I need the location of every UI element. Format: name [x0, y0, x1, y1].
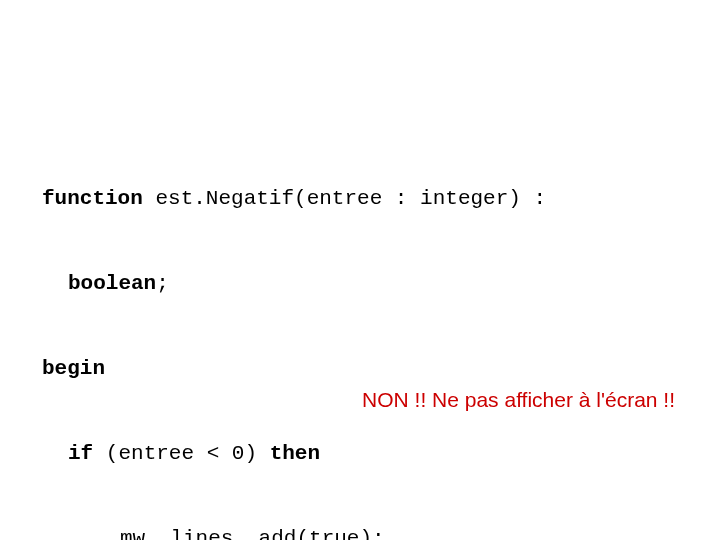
code-line-2: boolean;	[42, 270, 559, 298]
warning-text: NON !! Ne pas afficher à l'écran !!	[362, 388, 675, 412]
code-block: function est.Negatif(entree : integer) :…	[42, 128, 559, 540]
code-line-3: begin	[42, 355, 559, 383]
code-line-1: function est.Negatif(entree : integer) :	[42, 185, 559, 213]
code-line-4: if (entree < 0) then	[42, 440, 559, 468]
code-line-1-rest: est.Negatif(entree : integer) :	[143, 187, 559, 210]
code-line-5: mw. lines. add(true);	[42, 525, 559, 540]
keyword-function: function	[42, 187, 143, 210]
keyword-then: then	[270, 442, 320, 465]
code-line-2-semi: ;	[156, 272, 181, 295]
keyword-if: if	[68, 442, 93, 465]
code-line-4-mid: (entree < 0)	[93, 442, 269, 465]
keyword-begin: begin	[42, 357, 105, 380]
keyword-boolean: boolean	[68, 272, 156, 295]
